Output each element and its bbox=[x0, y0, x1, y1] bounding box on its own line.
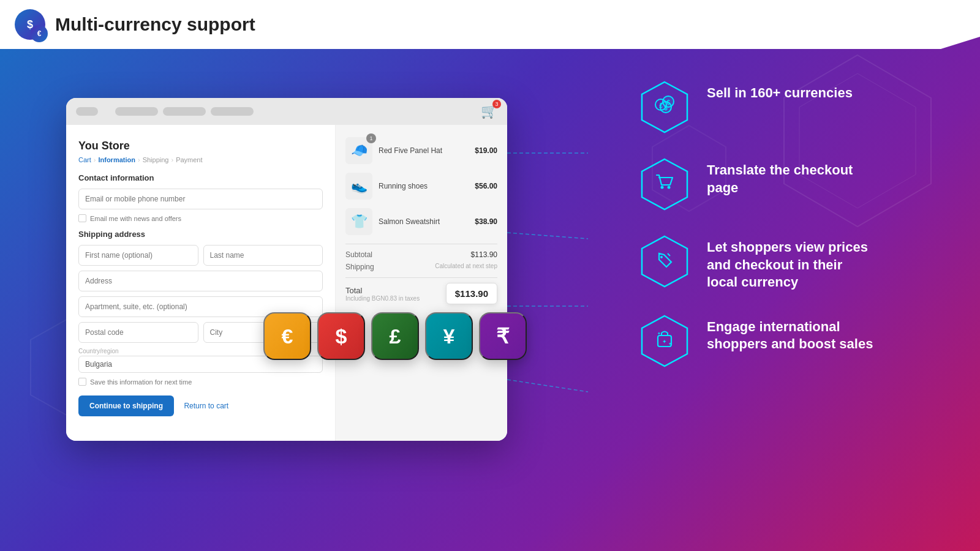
page-title: Multi-currency support bbox=[55, 14, 255, 35]
last-name-field[interactable] bbox=[203, 245, 323, 266]
item-1-price: $19.00 bbox=[475, 146, 497, 155]
window-topbar: 🛒 3 bbox=[66, 98, 507, 125]
feature-boost-sales: ✦ ✦ ✦ Engage internationalshoppers and b… bbox=[637, 313, 943, 369]
dollar-button[interactable]: $ bbox=[317, 312, 365, 360]
email-field[interactable] bbox=[78, 189, 323, 209]
nav-item-2 bbox=[163, 107, 206, 116]
item-3-image: 👕 bbox=[345, 208, 372, 235]
divider-1 bbox=[345, 244, 497, 244]
breadcrumb-payment[interactable]: Payment bbox=[176, 156, 202, 163]
save-info-row: Save this information for next time bbox=[78, 378, 323, 386]
save-info-checkbox[interactable] bbox=[78, 378, 86, 386]
currency-switcher: € $ £ ¥ ₹ bbox=[263, 312, 527, 360]
total-row: Total Including BGN0.83 in taxes $113.90 bbox=[345, 277, 497, 304]
subtotal-value: $113.90 bbox=[471, 250, 497, 259]
nav-item-1 bbox=[115, 107, 158, 116]
svg-text:✦: ✦ bbox=[668, 342, 672, 346]
contact-section-title: Contact information bbox=[78, 173, 323, 182]
first-name-field[interactable] bbox=[78, 245, 198, 266]
euro-button[interactable]: € bbox=[263, 312, 311, 360]
cart-badge: 3 bbox=[492, 100, 501, 108]
order-item-3: 👕 Salmon Sweatshirt $38.90 bbox=[345, 208, 497, 235]
breadcrumb-shipping[interactable]: Shipping bbox=[143, 156, 169, 163]
sep2: › bbox=[138, 156, 140, 163]
store-name: You Store bbox=[78, 140, 323, 152]
feature-2-title: Translate the checkoutpage bbox=[707, 162, 853, 197]
features-panel: £ € $ Sell in 160+ currencies bbox=[637, 80, 943, 391]
feature-local-currency: Let shoppers view pricesand checkout in … bbox=[637, 234, 943, 291]
return-to-cart-button[interactable]: Return to cart bbox=[184, 402, 228, 410]
newsletter-checkbox[interactable] bbox=[78, 214, 86, 222]
newsletter-row: Email me with news and offers bbox=[78, 214, 323, 222]
shipping-section-title: Shipping address bbox=[78, 230, 323, 239]
feature-3-text: Let shoppers view pricesand checkout in … bbox=[707, 234, 868, 291]
shopping-bag-icon: ✦ ✦ ✦ bbox=[653, 327, 676, 355]
feature-sell-currencies: £ € $ Sell in 160+ currencies bbox=[637, 80, 943, 135]
name-row bbox=[78, 245, 323, 266]
nav-item-3 bbox=[211, 107, 254, 116]
order-summary: 🧢 1 Red Five Panel Hat $19.00 👟 Running … bbox=[336, 125, 507, 441]
postal-field[interactable] bbox=[78, 322, 198, 343]
window-nav bbox=[115, 107, 254, 116]
svg-point-15 bbox=[660, 256, 663, 258]
save-info-label: Save this information for next time bbox=[90, 378, 192, 386]
breadcrumb: Cart › Information › Shipping › Payment bbox=[78, 156, 323, 163]
order-item-1: 🧢 1 Red Five Panel Hat $19.00 bbox=[345, 137, 497, 164]
rupee-button[interactable]: ₹ bbox=[479, 312, 527, 360]
feature-2-text: Translate the checkoutpage bbox=[707, 157, 853, 197]
order-item-2: 👟 Running shoes $56.00 bbox=[345, 173, 497, 200]
feature-2-icon bbox=[637, 157, 692, 212]
continue-to-shipping-button[interactable]: Continue to shipping bbox=[78, 395, 174, 416]
svg-point-12 bbox=[661, 186, 664, 189]
feature-3-icon bbox=[637, 234, 692, 289]
total-amount: $113.90 bbox=[446, 283, 497, 304]
sep3: › bbox=[171, 156, 173, 163]
logo-icon: $ € bbox=[15, 9, 45, 40]
pound-button[interactable]: £ bbox=[371, 312, 419, 360]
item-3-price: $38.90 bbox=[475, 217, 497, 226]
svg-point-13 bbox=[668, 186, 671, 189]
breadcrumb-information[interactable]: Information bbox=[98, 156, 135, 163]
svg-text:✦: ✦ bbox=[657, 331, 661, 335]
cart-icon-feature bbox=[653, 170, 676, 198]
item-2-name: Running shoes bbox=[379, 182, 469, 190]
feature-4-text: Engage internationalshoppers and boost s… bbox=[707, 313, 873, 353]
shipping-note: Calculated at next step bbox=[435, 263, 497, 271]
feature-4-icon: ✦ ✦ ✦ bbox=[637, 313, 692, 369]
feature-1-icon: £ € $ bbox=[637, 80, 692, 135]
yen-button[interactable]: ¥ bbox=[425, 312, 473, 360]
breadcrumb-cart[interactable]: Cart bbox=[78, 156, 91, 163]
total-label-group: Total Including BGN0.83 in taxes bbox=[345, 286, 420, 302]
address-field[interactable] bbox=[78, 271, 323, 291]
feature-4-title: Engage internationalshoppers and boost s… bbox=[707, 318, 873, 353]
coins-icon: £ € $ bbox=[652, 92, 677, 122]
newsletter-label: Email me with news and offers bbox=[90, 215, 181, 222]
checkout-window: 🛒 3 You Store Cart › Information › Shipp… bbox=[66, 98, 507, 441]
subtotal-row: Subtotal $113.90 bbox=[345, 250, 497, 259]
checkout-form: You Store Cart › Information › Shipping … bbox=[66, 125, 336, 441]
feature-3-title: Let shoppers view pricesand checkout in … bbox=[707, 239, 868, 291]
feature-1-title: Sell in 160+ currencies bbox=[707, 84, 853, 102]
item-1-image: 🧢 1 bbox=[345, 137, 372, 164]
form-actions: Continue to shipping Return to cart bbox=[78, 395, 323, 416]
cart-icon[interactable]: 🛒 3 bbox=[481, 103, 497, 119]
svg-line-23 bbox=[507, 233, 588, 239]
header: $ € Multi-currency support bbox=[0, 0, 980, 49]
shipping-row: Shipping Calculated at next step bbox=[345, 263, 497, 271]
price-tag-icon bbox=[653, 247, 676, 276]
svg-text:✦: ✦ bbox=[662, 339, 667, 345]
subtotal-label: Subtotal bbox=[345, 250, 372, 259]
window-content: You Store Cart › Information › Shipping … bbox=[66, 125, 507, 441]
sep1: › bbox=[94, 156, 96, 163]
item-1-name: Red Five Panel Hat bbox=[379, 146, 469, 155]
shipping-label: Shipping bbox=[345, 263, 374, 271]
item-2-image: 👟 bbox=[345, 173, 372, 200]
total-label: Total bbox=[345, 286, 420, 295]
window-logo-placeholder bbox=[76, 107, 98, 116]
feature-translate-checkout: Translate the checkoutpage bbox=[637, 157, 943, 212]
svg-line-25 bbox=[507, 380, 588, 392]
feature-1-text: Sell in 160+ currencies bbox=[707, 80, 853, 102]
svg-text:$: $ bbox=[664, 105, 668, 111]
svg-line-16 bbox=[668, 253, 670, 256]
item-2-price: $56.00 bbox=[475, 182, 497, 190]
